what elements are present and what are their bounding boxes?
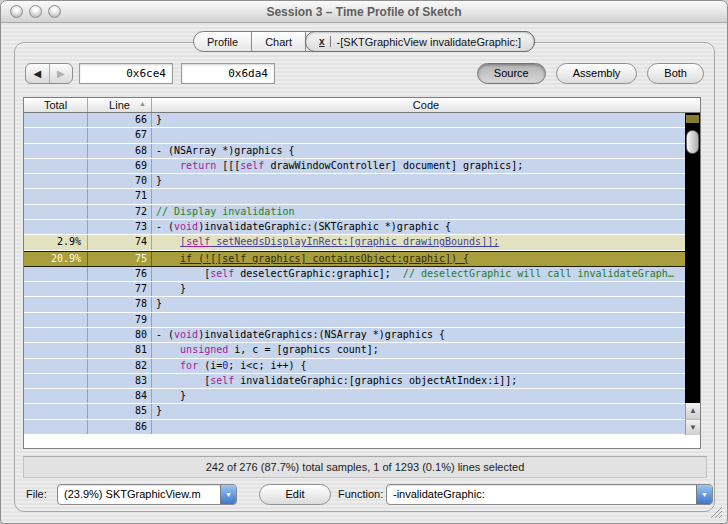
code-cell: [self setNeedsDisplayInRect:[graphic dra… (152, 235, 700, 249)
content-group-box: ◀ ▶ 0x6ce4 0x6da4 SourceAssemblyBoth Tot… (14, 42, 715, 512)
code-cell: - (NSArray *)graphics { (152, 144, 700, 158)
tab-label: Profile (207, 36, 238, 48)
back-arrow-icon[interactable]: ◀ (26, 64, 50, 83)
close-tab-icon[interactable]: x (319, 36, 331, 47)
code-cell: - (void)invalidateGraphics:(NSArray *)gr… (152, 328, 700, 342)
code-segment: void (174, 329, 198, 340)
line-number-cell: 74 (88, 235, 152, 249)
scroll-down-arrow-icon[interactable]: ▼ (685, 419, 700, 435)
sort-ascending-icon: ▲ (139, 100, 146, 107)
table-row[interactable]: 70} (24, 174, 700, 189)
total-percent-cell (24, 359, 88, 373)
code-segment: void (174, 221, 198, 232)
assembly-view-button[interactable]: Assembly (556, 63, 638, 84)
tab-chart[interactable]: Chart (252, 32, 306, 51)
vertical-scrollbar[interactable]: ▲ ▼ (685, 113, 700, 435)
column-header-line[interactable]: Line ▲ (88, 98, 152, 112)
table-row[interactable]: 82 for (i=0; i<c; i++) { (24, 359, 700, 374)
table-row[interactable]: 68- (NSArray *)graphics { (24, 144, 700, 159)
line-number-cell: 81 (88, 343, 152, 357)
scrollbar-track[interactable] (685, 113, 700, 403)
function-popup-menu[interactable]: -invalidateGraphic: ▼ (386, 484, 713, 505)
total-percent-cell: 2.9% (24, 235, 88, 249)
resize-grip-icon[interactable] (708, 504, 723, 519)
table-row[interactable]: 81 unsigned i, c = [graphics count]; (24, 343, 700, 358)
window-controls (10, 5, 61, 18)
function-label: Function: (338, 488, 383, 500)
tab-profile[interactable]: Profile (194, 32, 252, 51)
code-cell: } (152, 297, 700, 311)
table-row[interactable]: 67 (24, 128, 700, 143)
total-percent-cell (24, 113, 88, 127)
close-window-button[interactable] (10, 5, 23, 18)
table-row[interactable]: 69 return [[[self drawWindowController] … (24, 159, 700, 174)
code-segment: unsigned (180, 344, 228, 355)
table-row[interactable]: 72// Display invalidation (24, 205, 700, 220)
line-number-cell: 73 (88, 220, 152, 234)
table-row[interactable]: 79 (24, 313, 700, 328)
table-row[interactable]: 20.9%75 if (![[self graphics] containsOb… (24, 251, 700, 267)
line-number-cell: 72 (88, 205, 152, 219)
view-mode-buttons: SourceAssemblyBoth (477, 63, 704, 84)
table-row[interactable]: 86 (24, 420, 700, 435)
code-cell: } (152, 404, 700, 418)
code-segment: drawWindowController] document] graphics… (264, 160, 523, 171)
selection-position-marker (686, 115, 699, 123)
total-percent-cell (24, 343, 88, 357)
tab-bar: ProfileChartx-[SKTGraphicView invalidate… (193, 31, 535, 52)
total-percent-cell (24, 328, 88, 342)
start-address-field[interactable]: 0x6ce4 (79, 63, 173, 84)
table-row[interactable]: 80- (void)invalidateGraphics:(NSArray *)… (24, 328, 700, 343)
forward-arrow-icon[interactable]: ▶ (50, 64, 73, 83)
code-segment: (i= (198, 360, 222, 371)
scroll-up-arrow-icon[interactable]: ▲ (685, 403, 700, 419)
code-segment: } (156, 298, 162, 309)
file-popup-menu[interactable]: (23.9%) SKTGraphicView.m ▼ (57, 484, 237, 505)
total-percent-cell (24, 297, 88, 311)
column-header-code[interactable]: Code (152, 98, 700, 112)
table-row[interactable]: 83 [self invalidateGraphic:[graphics obj… (24, 374, 700, 389)
code-segment (156, 344, 180, 355)
both-view-button[interactable]: Both (647, 63, 704, 84)
status-text: 242 of 276 (87.7%) total samples, 1 of 1… (206, 461, 525, 473)
tab-sktgraphicview-invalidategraphic[interactable]: x-[SKTGraphicView invalidateGraphic:] (305, 31, 535, 52)
table-row[interactable]: 2.9%74 [self setNeedsDisplayInRect:[grap… (24, 235, 700, 250)
title-bar: Session 3 – Time Profile of Sketch (1, 1, 727, 23)
table-row[interactable]: 78} (24, 297, 700, 312)
line-number-cell: 83 (88, 374, 152, 388)
table-row[interactable]: 84 } (24, 389, 700, 404)
table-row[interactable]: 85} (24, 404, 700, 419)
table-row[interactable]: 76 [self deselectGraphic:graphic]; // de… (24, 267, 700, 282)
code-segment: - ( (156, 329, 174, 340)
zoom-window-button[interactable] (48, 5, 61, 18)
code-segment (156, 236, 180, 247)
code-segment: self (210, 375, 234, 386)
table-row[interactable]: 73- (void)invalidateGraphic:(SKTGraphic … (24, 220, 700, 235)
end-address-field[interactable]: 0x6da4 (181, 63, 275, 84)
code-cell: // Display invalidation (152, 205, 700, 219)
popup-arrow-icon[interactable]: ▼ (696, 485, 712, 504)
code-segment: self (210, 268, 234, 279)
minimize-window-button[interactable] (29, 5, 42, 18)
code-segment: // deselectGraphic will call invalidateG… (403, 268, 674, 279)
code-segment: self (186, 236, 210, 247)
total-percent-cell (24, 404, 88, 418)
code-cell: } (152, 282, 700, 296)
popup-arrow-icon[interactable]: ▼ (220, 485, 236, 504)
scrollbar-thumb[interactable] (686, 130, 699, 154)
code-segment: } (156, 405, 162, 416)
table-row[interactable]: 77 } (24, 282, 700, 297)
code-table-body: 66}6768- (NSArray *)graphics {69 return … (24, 113, 700, 435)
edit-button[interactable]: Edit (259, 484, 331, 505)
code-segment: if (![[self graphics] containsObject:gra… (180, 253, 469, 264)
profiler-window: Session 3 – Time Profile of Sketch Profi… (0, 0, 728, 524)
column-header-total[interactable]: Total (24, 98, 88, 112)
table-row[interactable]: 66} (24, 113, 700, 128)
source-view-button[interactable]: Source (477, 63, 546, 84)
code-segment: i, c = [graphics count]; (228, 344, 379, 355)
line-number-cell: 85 (88, 404, 152, 418)
code-segment: - ( (156, 221, 174, 232)
code-segment: for (180, 360, 198, 371)
table-row[interactable]: 71 (24, 189, 700, 204)
history-nav-control[interactable]: ◀ ▶ (25, 63, 73, 84)
